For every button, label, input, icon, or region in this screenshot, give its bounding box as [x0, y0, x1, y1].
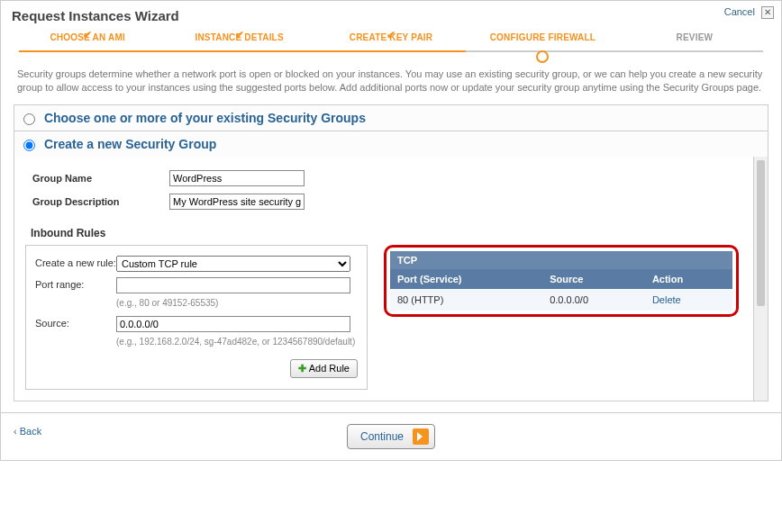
protocol-header: TCP: [390, 251, 732, 269]
close-icon[interactable]: ✕: [761, 6, 774, 19]
add-rule-button[interactable]: ✚Add Rule: [290, 359, 358, 378]
step-current-dot-icon: [536, 50, 549, 63]
port-range-input[interactable]: [116, 277, 350, 293]
wizard-steps: ✔ CHOOSE AN AMI ✔ INSTANCE DETAILS ✔ CRE…: [1, 27, 781, 53]
col-port: Port (Service): [390, 269, 542, 289]
source-label: Source:: [35, 316, 116, 329]
delete-rule-link[interactable]: Delete: [645, 289, 732, 311]
cancel-label: Cancel: [724, 6, 755, 17]
step-instance-details[interactable]: ✔ INSTANCE DETAILS: [163, 32, 314, 53]
check-icon: ✔: [235, 29, 244, 41]
group-desc-input[interactable]: [169, 194, 305, 210]
radio-existing-input[interactable]: [23, 113, 35, 125]
wizard-title: Request Instances Wizard: [12, 8, 770, 23]
port-range-hint: (e.g., 80 or 49152-65535): [116, 298, 358, 308]
step-create-key-pair[interactable]: ✔ CREATE KEY PAIR: [315, 32, 467, 53]
check-icon: ✔: [83, 29, 92, 41]
source-input[interactable]: [116, 316, 350, 332]
arrow-right-icon: [413, 428, 429, 445]
cell-port: 80 (HTTP): [390, 289, 542, 311]
scrollbar[interactable]: [753, 157, 768, 401]
step-review: REVIEW: [619, 32, 770, 53]
radio-existing-group[interactable]: Choose one or more of your existing Secu…: [14, 104, 768, 131]
create-rule-label: Create a new rule:: [35, 256, 116, 268]
group-name-label: Group Name: [27, 167, 162, 189]
rule-builder-panel: Create a new rule: Custom TCP rule Port …: [25, 245, 368, 390]
source-hint: (e.g., 192.168.2.0/24, sg-47ad482e, or 1…: [116, 337, 358, 347]
check-icon: ✔: [386, 29, 396, 41]
rules-table: TCP Port (Service) Source Action 80 (HTT…: [390, 251, 732, 311]
wizard-description: Security groups determine whether a netw…: [17, 68, 765, 95]
cell-source: 0.0.0.0/0: [542, 289, 645, 311]
continue-button[interactable]: Continue: [347, 424, 435, 449]
table-row: 80 (HTTP) 0.0.0.0/0 Delete: [390, 289, 732, 311]
col-action: Action: [645, 269, 732, 289]
inbound-rules-label: Inbound Rules: [25, 221, 757, 245]
group-desc-label: Group Description: [27, 191, 162, 212]
rules-highlight-box: TCP Port (Service) Source Action 80 (HTT…: [384, 245, 739, 317]
step-choose-ami[interactable]: ✔ CHOOSE AN AMI: [12, 32, 163, 53]
col-source: Source: [542, 269, 645, 289]
radio-create-input[interactable]: [23, 140, 35, 151]
plus-icon: ✚: [298, 363, 306, 374]
cancel-button[interactable]: Cancel ✕: [724, 6, 774, 19]
step-configure-firewall[interactable]: CONFIGURE FIREWALL: [467, 32, 618, 53]
radio-create-group[interactable]: Create a new Security Group: [14, 131, 768, 157]
port-range-label: Port range:: [35, 277, 116, 290]
back-link[interactable]: ‹ Back: [14, 426, 41, 437]
rule-type-select[interactable]: Custom TCP rule: [116, 256, 350, 272]
group-name-input[interactable]: [169, 170, 305, 186]
